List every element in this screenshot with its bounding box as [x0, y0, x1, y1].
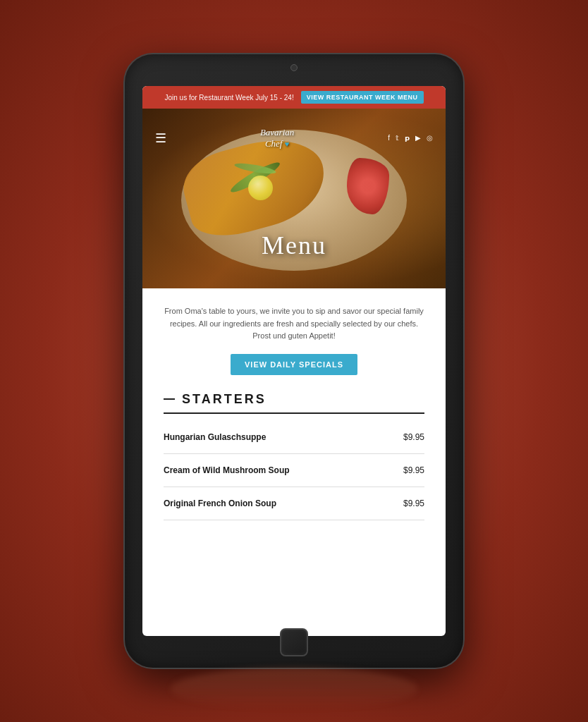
- restaurant-week-button[interactable]: VIEW RESTAURANT WEEK MENU: [301, 91, 424, 104]
- menu-item-gulaschsuppe: Hungarian Gulaschsuppe $9.95: [164, 421, 424, 454]
- brand-name: Bavarian Chef ♥: [260, 127, 294, 149]
- tablet-device: Join us for Restaurant Week July 15 - 24…: [125, 54, 463, 668]
- tablet-screen: Join us for Restaurant Week July 15 - 24…: [142, 86, 446, 636]
- food-lemon: [248, 176, 273, 200]
- brand-name-line1: Bavarian: [260, 127, 294, 137]
- content-area: From Oma's table to yours, we invite you…: [142, 288, 446, 534]
- menu-item-mushroom-soup: Cream of Wild Mushroom Soup $9.95: [164, 454, 424, 487]
- hero-section: ☰ Bavarian Chef ♥ f 𝕥 𝗽 ▶ ◎ Menu: [142, 109, 446, 288]
- instagram-icon[interactable]: ◎: [427, 134, 433, 142]
- hero-title: Menu: [142, 231, 446, 260]
- menu-item-name: Cream of Wild Mushroom Soup: [164, 465, 290, 475]
- starters-section-title: STARTERS: [182, 392, 267, 407]
- youtube-icon[interactable]: ▶: [415, 134, 421, 142]
- navbar: ☰ Bavarian Chef ♥ f 𝕥 𝗽 ▶ ◎: [142, 127, 446, 149]
- menu-item-price: $9.95: [403, 465, 424, 475]
- brand-name-line2: Chef: [265, 138, 283, 149]
- facebook-icon[interactable]: f: [388, 134, 390, 142]
- announcement-bar: Join us for Restaurant Week July 15 - 24…: [142, 86, 446, 109]
- menu-item-name: Original French Onion Soup: [164, 498, 276, 508]
- view-daily-specials-button[interactable]: VIEW DAILY SPECIALS: [231, 354, 357, 375]
- social-icons-group: f 𝕥 𝗽 ▶ ◎: [388, 134, 433, 142]
- section-dash-icon: [164, 398, 175, 400]
- brand-heart-icon: ♥: [285, 140, 290, 148]
- menu-item-french-onion-soup: Original French Onion Soup $9.95: [164, 487, 424, 520]
- brand-logo: Bavarian Chef ♥: [260, 127, 294, 149]
- tablet-reflection: [171, 668, 417, 710]
- menu-item-name: Hungarian Gulaschsuppe: [164, 432, 266, 442]
- menu-item-price: $9.95: [403, 498, 424, 508]
- hamburger-menu-icon[interactable]: ☰: [155, 130, 166, 146]
- announcement-text: Join us for Restaurant Week July 15 - 24…: [164, 94, 293, 102]
- intro-paragraph: From Oma's table to yours, we invite you…: [164, 305, 424, 343]
- menu-item-price: $9.95: [403, 432, 424, 442]
- pinterest-icon[interactable]: 𝗽: [405, 134, 410, 142]
- twitter-icon[interactable]: 𝕥: [396, 134, 399, 142]
- section-divider: [164, 412, 424, 414]
- starters-section-header: STARTERS: [164, 392, 424, 407]
